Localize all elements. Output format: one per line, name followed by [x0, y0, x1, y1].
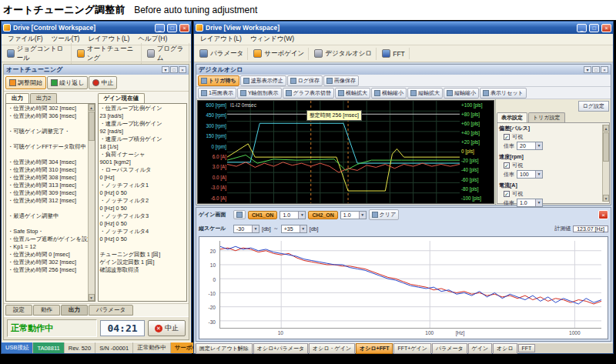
settings-tab[interactable]: トリガ設定: [528, 112, 565, 122]
panel-columns: 出力出力2 ・位置決め時間 302 [msec]・位置決め時間 306 [mse…: [4, 92, 189, 303]
window-titlebar[interactable]: Drive [Control Workspace]: [2, 22, 191, 34]
scale-select[interactable]: 100: [517, 170, 543, 179]
maximize-button[interactable]: [589, 24, 599, 32]
ch1-scale-select[interactable]: 1.0: [280, 211, 306, 219]
ch2-toggle[interactable]: CH2_ON: [308, 211, 337, 219]
minimize-button[interactable]: [577, 24, 587, 32]
layout-button[interactable]: オシロ: [493, 343, 517, 354]
scope-tool-label: Y軸個別表示: [248, 89, 279, 97]
scope-axis-label: -100 [pls]: [461, 196, 492, 201]
clear-button[interactable]: クリア: [369, 209, 400, 220]
output-tab[interactable]: 出力: [5, 93, 29, 103]
clear-icon: [372, 212, 378, 218]
scale-select[interactable]: 20: [517, 142, 543, 150]
output-tab[interactable]: 出力2: [30, 93, 57, 103]
ch1-toggle[interactable]: CH1_ON: [248, 211, 277, 219]
panel-close-icon[interactable]: [601, 66, 608, 73]
bottom-tab[interactable]: 動作: [33, 305, 60, 316]
fft-toolbar-2: 縦スケール -30 [db] ～ +35 [db] 計測値: [196, 222, 611, 235]
visible-checkbox[interactable]: [504, 134, 510, 140]
scroll-thumb[interactable]: [603, 132, 609, 162]
scope-toolbar-button[interactable]: トリガ待ち: [198, 75, 239, 86]
scope-toolbar-button[interactable]: 横軸拡大: [335, 88, 370, 99]
window-titlebar[interactable]: Drive [View Workspace]: [194, 22, 613, 34]
scope-right-axis: +100 [pls]+80 [pls]+60 [pls]+40 [pls]+20…: [460, 101, 494, 203]
fft-x-axis: 101001000[Hz]: [219, 330, 601, 338]
toolbar-button[interactable]: デジタルオシロ: [310, 48, 377, 60]
scope-toolbar-button[interactable]: 画像保存: [323, 75, 359, 86]
panel-minimize-icon[interactable]: [170, 66, 178, 73]
ch2-scale-select[interactable]: 1.0: [340, 211, 367, 219]
bottom-tab[interactable]: パラメータ: [89, 305, 133, 316]
action-button[interactable]: 調整開始: [5, 76, 46, 89]
scope-tool-label: 縦軸拡大: [418, 89, 440, 97]
scope-toolbar-button[interactable]: Y軸個別表示: [237, 88, 282, 99]
abort-button[interactable]: 中止: [148, 320, 186, 336]
scope-toolbar-button[interactable]: 縦軸拡大: [407, 88, 443, 99]
settings-tab[interactable]: 表示設定: [497, 112, 527, 122]
scale-select[interactable]: 1.0: [517, 199, 543, 207]
layout-button[interactable]: FFT: [518, 344, 536, 352]
gain-tab[interactable]: ゲイン現在値: [98, 93, 146, 103]
log-settings-button[interactable]: ログ設定: [578, 101, 609, 112]
scope-toolbar-button[interactable]: 1画面表示: [198, 88, 236, 99]
maximize-button[interactable]: [167, 24, 177, 32]
log-line: ・位置決め時間 310 [msec]: [8, 166, 86, 174]
toolbar-icon: [314, 49, 323, 58]
scroll-up-icon[interactable]: [603, 125, 609, 132]
toolbar-button[interactable]: パラメータ: [196, 48, 248, 60]
scope-toolbar-button[interactable]: 縦軸縮小: [444, 88, 479, 99]
scrollbar[interactable]: [602, 125, 609, 202]
toolbar-button[interactable]: オートチューニング: [73, 43, 142, 65]
layout-button[interactable]: オシロ+パラメータ: [253, 343, 308, 354]
scope-toolbar-button[interactable]: グラフ表示切替: [283, 88, 335, 99]
layout-button[interactable]: FFT+ゲイン: [393, 343, 430, 354]
toolbar-button[interactable]: FFT: [378, 48, 410, 59]
toolbar-button[interactable]: サーボゲイン: [249, 48, 309, 60]
layout-button[interactable]: パラメータ: [432, 343, 467, 354]
action-button[interactable]: 中止: [89, 76, 117, 89]
visible-checkbox[interactable]: [504, 162, 510, 169]
layout-button[interactable]: 固定レイアウト解除: [196, 343, 253, 354]
log-line: [8, 120, 86, 128]
dock-icon[interactable]: [162, 66, 169, 73]
scale-field-label: 倍率: [504, 171, 514, 179]
visible-checkbox[interactable]: [504, 191, 510, 197]
bottom-tab[interactable]: 設定: [5, 305, 32, 316]
menu-item[interactable]: レイアウト(L): [196, 34, 246, 45]
oscilloscope-display[interactable]: 600 [rpm]450 [rpm]300 [rpm]150 [rpm]0 [r…: [197, 100, 494, 204]
fft-pause-button[interactable]: [233, 210, 246, 219]
close-button[interactable]: [601, 24, 611, 32]
scrollbar[interactable]: [88, 104, 95, 301]
scale-max-select[interactable]: +35: [281, 225, 307, 233]
scroll-up-icon[interactable]: [89, 104, 95, 111]
toolbar-button[interactable]: プログラム: [143, 43, 189, 65]
chevron-down-icon: [298, 212, 305, 219]
scale-min-select[interactable]: -30: [233, 225, 259, 233]
scroll-down-icon[interactable]: [89, 294, 95, 301]
menu-item[interactable]: ウィンドウ(W): [246, 34, 298, 45]
dock-icon[interactable]: [584, 66, 591, 73]
scope-toolbar-button[interactable]: ログ保存: [287, 75, 323, 86]
scope-toolbar-button[interactable]: 波形表示停止: [240, 75, 286, 86]
fft-x-axis-unit: [Hz]: [456, 330, 465, 336]
toolbar-button[interactable]: ジョグコントロール: [3, 43, 72, 65]
scope-toolbar-button[interactable]: 横軸縮小: [371, 88, 407, 99]
minimize-button[interactable]: [155, 24, 165, 32]
scroll-thumb[interactable]: [89, 112, 95, 141]
statusbar: USB接続 TA08811 Rev. 520 S/N -00001 正常動作中 …: [2, 342, 191, 353]
close-button[interactable]: [179, 24, 189, 32]
layout-button[interactable]: オシロ・ゲイン: [309, 343, 355, 354]
log-line: ・位置決め時間 309 [msec]: [8, 189, 86, 197]
bottom-tab[interactable]: 出力: [61, 305, 88, 316]
layout-button[interactable]: オシロ+FFT: [356, 343, 393, 354]
gain-line: 確認波形取得済: [100, 266, 186, 274]
panel-close-icon[interactable]: [598, 210, 608, 219]
action-button[interactable]: 繰り返し: [47, 76, 88, 89]
layout-button[interactable]: ゲイン: [468, 343, 493, 354]
scope-toolbar-button[interactable]: 表示リセット: [480, 88, 527, 99]
panel-close-icon[interactable]: [179, 66, 186, 73]
panel-minimize-icon[interactable]: [592, 66, 600, 73]
scroll-down-icon[interactable]: [603, 195, 609, 202]
scope-tool-icon: [338, 90, 344, 96]
